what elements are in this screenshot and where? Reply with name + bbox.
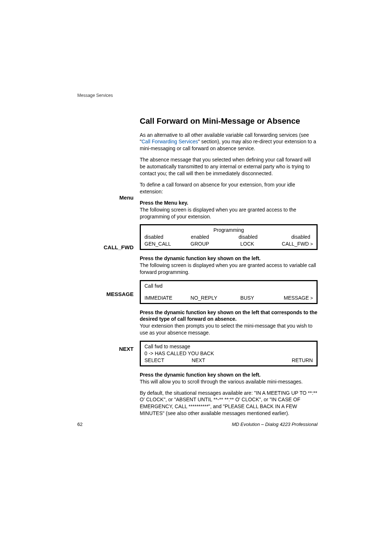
link-call-forwarding-services[interactable]: Call Forwarding Services: [142, 139, 198, 144]
page-number: 62: [77, 422, 82, 427]
callfwd-block: Press the dynamic function key shown on …: [140, 255, 318, 276]
menu-description: The following screen is displayed when y…: [140, 207, 296, 219]
screen3-c4: RETURN: [271, 357, 313, 364]
intro-paragraph-1: As an alternative to all other available…: [140, 132, 318, 152]
next-paragraph-2: By default, the situational messages ava…: [140, 390, 318, 417]
screen1-r2c3: LOCK: [226, 241, 268, 247]
screen2-c3: BUSY: [226, 295, 268, 301]
screen1-r2c2: GROUP: [191, 241, 227, 247]
screen-programming: Programming disabled enabled disabled di…: [140, 224, 318, 250]
callfwd-description: The following screen is displayed when y…: [140, 262, 316, 275]
screen2-c4: MESSAGE: [268, 295, 309, 301]
screen3-line1: Call fwd to message: [144, 343, 313, 350]
screen1-r2c4: CALL_FWD: [268, 241, 309, 247]
screen1-r1c1: disabled: [144, 234, 191, 241]
side-label-menu: Menu: [77, 194, 134, 201]
screen2-arrow: >: [310, 295, 313, 301]
side-label-message: MESSAGE: [77, 291, 134, 297]
screen3-c2: NEXT: [192, 357, 229, 364]
next-block: Press the dynamic function key shown on …: [140, 372, 318, 385]
screen1-r2c1: GEN_CALL: [144, 241, 191, 247]
side-label-callfwd: CALL_FWD: [77, 244, 134, 250]
screen1-arrow: >: [310, 241, 313, 247]
callfwd-instruction: Press the dynamic function key shown on …: [140, 255, 261, 261]
screen2-c2: NO_REPLY: [191, 295, 227, 301]
screen-callfwd: Call fwd IMMEDIATE NO_REPLY BUSY MESSAGE…: [140, 280, 318, 304]
message-description: Your extension then prompts you to selec…: [140, 323, 313, 336]
message-block: Press the dynamic function key shown on …: [140, 309, 318, 337]
screen3-c1: SELECT: [144, 357, 192, 364]
screen2-c1: IMMEDIATE: [144, 295, 191, 301]
screen2-title: Call fwd: [144, 283, 313, 290]
page-title: Call Forward on Mini-Message or Absence: [140, 116, 318, 127]
side-label-next: NEXT: [77, 346, 134, 352]
screen3-line2: 0 -> HAS CALLED YOU BACK: [144, 350, 313, 357]
screen1-title: Programming: [144, 227, 313, 234]
screen-message: Call fwd to message 0 -> HAS CALLED YOU …: [140, 341, 318, 366]
footer-right: MD Evolution – Dialog 4223 Professional: [232, 422, 318, 427]
menu-block: Press the Menu key. The following screen…: [140, 200, 318, 220]
screen1-r1c4: disabled: [269, 234, 310, 241]
screen1-r1c3: disabled: [227, 234, 269, 241]
menu-instruction: Press the Menu key.: [140, 200, 188, 206]
intro-paragraph-3: To define a call forward on absence for …: [140, 181, 318, 195]
screen1-arrow-spacer: [312, 234, 313, 240]
screen1-r1c2: enabled: [191, 234, 227, 241]
next-instruction: Press the dynamic function key shown on …: [140, 372, 261, 378]
intro-paragraph-2: The absence message that you selected wh…: [140, 156, 318, 177]
next-description: This will allow you to scroll through th…: [140, 379, 303, 385]
section-header: Message Services: [77, 93, 113, 98]
message-instruction: Press the dynamic function key shown on …: [140, 309, 317, 322]
